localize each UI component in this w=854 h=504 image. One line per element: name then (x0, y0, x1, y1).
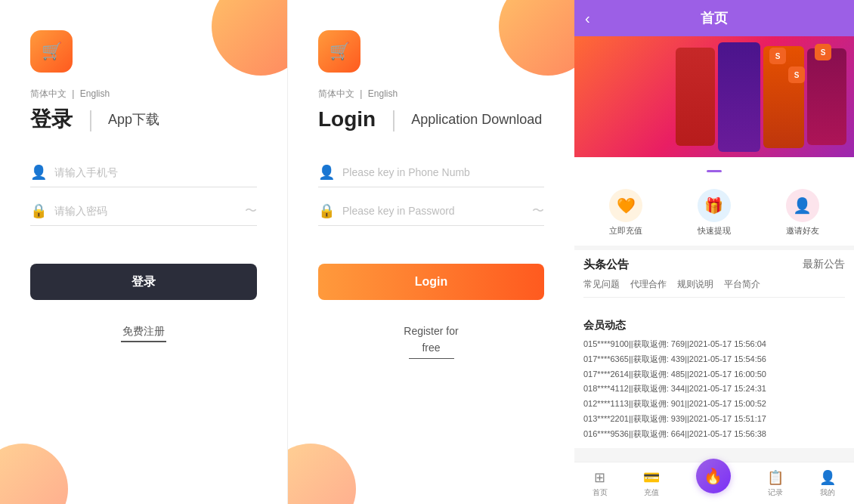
ann-header: 头条公告 最新公告 (583, 258, 845, 272)
title-download-en[interactable]: Application Download (411, 112, 542, 128)
tab-agent[interactable]: 代理合作 (630, 278, 667, 292)
back-button[interactable]: ‹ (585, 10, 590, 27)
invite-icon: 👤 (786, 189, 819, 222)
register-label-line2[interactable]: free (422, 339, 440, 356)
activity-item-6: 016****9536||获取返佣: 664||2021-05-17 15:56… (583, 427, 845, 442)
banner-dots (574, 157, 854, 180)
tab-faq[interactable]: 常见问题 (583, 278, 620, 292)
banner-figure-1 (676, 48, 715, 146)
lock-icon-en: 🔒 (318, 203, 335, 219)
password-input-group: 🔒 〜 (30, 203, 257, 226)
phone-input-group: 👤 (30, 164, 257, 187)
banner-content (574, 36, 854, 157)
login-button-en[interactable]: Login (318, 264, 544, 300)
nav-profile-label: 我的 (820, 487, 835, 498)
banner-figure-4 (807, 48, 846, 145)
home-icon: ⊞ (594, 469, 605, 486)
qa-label-invite: 邀请好友 (786, 225, 819, 237)
eye-icon-en[interactable]: 〜 (532, 203, 544, 219)
ma-title: 会员动态 (583, 319, 845, 332)
register-label[interactable]: 免费注册 (122, 323, 165, 339)
lang-en[interactable]: English (80, 88, 110, 99)
activity-item-0: 015****9100||获取返佣: 769||2021-05-17 15:56… (583, 337, 845, 352)
user-icon-en: 👤 (318, 164, 335, 181)
tab-rules[interactable]: 规则说明 (677, 278, 713, 292)
center-button[interactable]: 🔥 (696, 459, 731, 493)
nav-recharge[interactable]: 💳 充值 (643, 469, 660, 498)
lang-cn[interactable]: 简体中文 (30, 88, 67, 99)
qa-label-recharge: 立即充值 (609, 225, 642, 237)
title-divider-en: ｜ (383, 105, 404, 134)
nav-center[interactable]: 🔥 (696, 474, 731, 493)
qa-item-invite[interactable]: 👤 邀请好友 (786, 189, 819, 237)
title-divider: ｜ (80, 105, 101, 134)
nav-home[interactable]: ⊞ 首页 (593, 469, 608, 498)
home-title: 首页 (701, 9, 728, 27)
nav-recharge-label: 充值 (644, 487, 659, 498)
fire-icon: 🔥 (704, 467, 722, 485)
home-header: ‹ 首页 (574, 0, 854, 36)
page-title-en: Login ｜ Application Download (318, 105, 544, 134)
shopee-badge-3: S (788, 66, 805, 83)
register-underline (121, 341, 166, 342)
announcements-section: 头条公告 最新公告 常见问题 代理合作 规则说明 平台简介 (574, 250, 854, 313)
register-underline-en (409, 358, 454, 360)
logo-icon: 🛒 (30, 30, 73, 73)
quick-actions: 🧡 立即充值 🎁 快速提现 👤 邀请好友 (574, 180, 854, 246)
member-activity: 会员动态 015****9100||获取返佣: 769||2021-05-17 … (574, 313, 854, 448)
ann-tabs: 常见问题 代理合作 规则说明 平台简介 (583, 278, 845, 298)
withdraw-icon: 🎁 (698, 189, 731, 222)
home-banner: S S S (574, 36, 854, 157)
recharge-nav-icon: 💳 (643, 469, 660, 486)
lang-en-en[interactable]: English (368, 88, 398, 99)
password-input[interactable] (54, 205, 245, 217)
deco-circle-bottom (0, 444, 68, 504)
lang-divider: | (72, 88, 74, 99)
lock-icon: 🔒 (30, 203, 47, 219)
nav-profile[interactable]: 👤 我的 (819, 469, 836, 498)
qa-item-recharge[interactable]: 🧡 立即充值 (609, 189, 642, 237)
eye-icon[interactable]: 〜 (245, 203, 257, 219)
profile-icon: 👤 (819, 469, 836, 486)
banner-dot-active (707, 170, 722, 172)
records-icon: 📋 (767, 469, 784, 486)
deco-circle-bottom-en (287, 444, 356, 504)
activity-item-2: 017****2614||获取返佣: 485||2021-05-17 16:00… (583, 367, 845, 382)
nav-records-label: 记录 (768, 487, 783, 498)
page-title: 登录 ｜ App下载 (30, 105, 257, 134)
shopee-badge-2: S (815, 44, 831, 60)
phone-input-group-en: 👤 (318, 164, 544, 187)
nav-records[interactable]: 📋 记录 (767, 469, 784, 498)
phone-input[interactable] (54, 166, 257, 178)
lang-divider-en: | (360, 88, 362, 99)
register-label-line1[interactable]: Register for (404, 323, 458, 339)
chinese-login-panel: 🛒 简体中文 | English 登录 ｜ App下载 👤 🔒 〜 登录 免费注… (0, 0, 287, 504)
ann-latest: 最新公告 (803, 258, 845, 272)
recharge-icon: 🧡 (609, 189, 642, 222)
user-icon: 👤 (30, 164, 47, 181)
shopee-badge-1: S (769, 48, 786, 64)
activity-item-3: 018****4112||获取返佣: 344||2021-05-17 15:24… (583, 382, 845, 397)
english-login-panel: 🛒 简体中文 | English Login ｜ Application Dow… (287, 0, 574, 504)
activity-item-1: 017****6365||获取返佣: 439||2021-05-17 15:54… (583, 352, 845, 367)
register-link-en[interactable]: Register for free (318, 323, 544, 359)
bottom-nav: ⊞ 首页 💳 充值 🔥 📋 记录 👤 我的 (574, 462, 854, 504)
phone-input-en[interactable] (342, 166, 544, 178)
qa-label-withdraw: 快速提现 (698, 225, 731, 237)
ann-title: 头条公告 (583, 258, 629, 272)
nav-home-label: 首页 (593, 487, 608, 498)
activity-item-4: 012****1113||获取返佣: 901||2021-05-17 15:00… (583, 397, 845, 412)
lang-cn-en[interactable]: 简体中文 (318, 88, 354, 99)
logo-icon-en: 🛒 (318, 30, 360, 73)
password-input-group-en: 🔒 〜 (318, 203, 544, 226)
qa-item-withdraw[interactable]: 🎁 快速提现 (698, 189, 731, 237)
login-button[interactable]: 登录 (30, 264, 257, 300)
register-link[interactable]: 免费注册 (30, 323, 257, 342)
home-panel: ‹ 首页 S S S 🧡 立即充值 🎁 快速提现 👤 邀请好友 (574, 0, 854, 504)
tab-platform[interactable]: 平台简介 (724, 278, 760, 292)
lang-switch: 简体中文 | English (30, 88, 257, 100)
activity-item-5: 013****2201||获取返佣: 939||2021-05-17 15:51… (583, 412, 845, 427)
password-input-en[interactable] (342, 205, 532, 217)
title-login-en: Login (318, 107, 376, 131)
title-download[interactable]: App下载 (108, 110, 159, 128)
